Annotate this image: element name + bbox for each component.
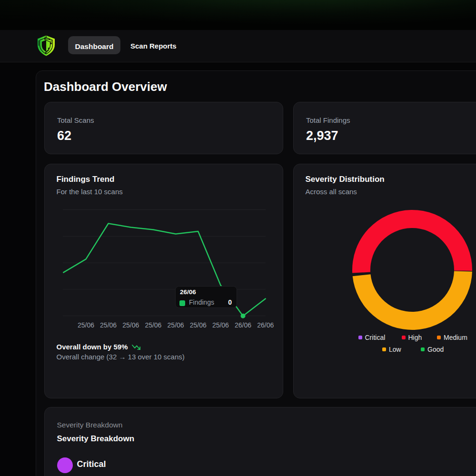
svg-text:26/06: 26/06: [235, 321, 251, 329]
svg-text:25/06: 25/06: [212, 321, 229, 329]
svg-text:25/06: 25/06: [78, 321, 94, 329]
svg-text:25/06: 25/06: [145, 321, 161, 329]
svg-text:25/06: 25/06: [168, 321, 184, 329]
svg-text:25/06: 25/06: [122, 321, 139, 329]
svg-text:25/06: 25/06: [100, 321, 117, 329]
svg-text:26/06: 26/06: [257, 321, 274, 329]
svg-text:25/06: 25/06: [190, 321, 207, 329]
